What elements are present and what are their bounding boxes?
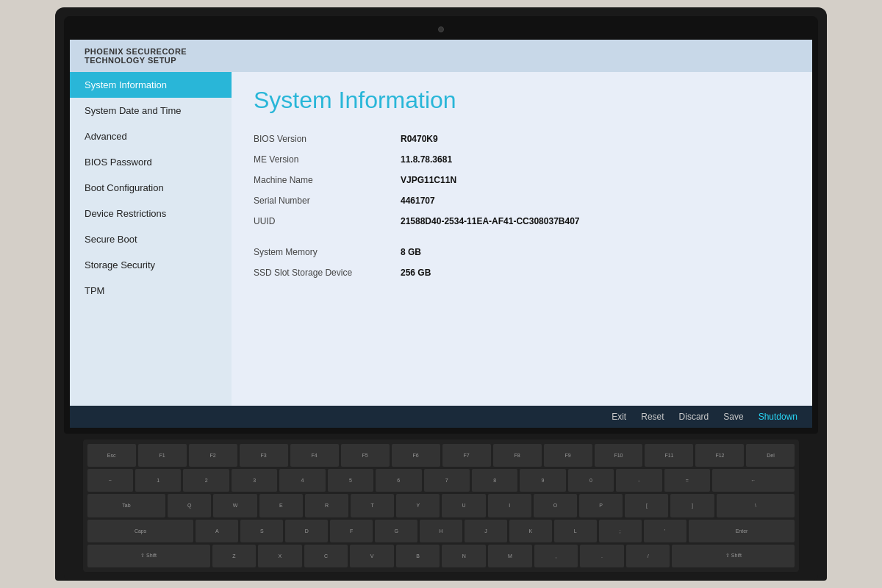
- key-f7[interactable]: F7: [442, 444, 491, 467]
- key-f9[interactable]: F9: [544, 444, 592, 467]
- key-o[interactable]: O: [534, 494, 577, 517]
- key-2[interactable]: 2: [183, 469, 229, 492]
- key-f10[interactable]: F10: [595, 444, 643, 467]
- sidebar-item-storage-security[interactable]: Storage Security: [70, 252, 232, 278]
- key-backslash[interactable]: \: [717, 494, 795, 517]
- sidebar-item-boot-configuration[interactable]: Boot Configuration: [70, 175, 232, 201]
- key-row-4: Caps A S D F G H J K L ; ' Enter: [87, 520, 795, 542]
- key-4[interactable]: 4: [279, 469, 325, 492]
- key-r[interactable]: R: [305, 494, 348, 517]
- key-1[interactable]: 1: [135, 469, 181, 492]
- key-capslock[interactable]: Caps: [87, 520, 194, 542]
- bottom-bar: Exit Reset Discard Save Shutdown: [70, 406, 812, 428]
- sidebar-item-tpm[interactable]: TPM: [70, 278, 232, 304]
- reset-button[interactable]: Reset: [641, 412, 664, 422]
- key-f6[interactable]: F6: [392, 444, 440, 467]
- key-q[interactable]: Q: [168, 494, 211, 517]
- key-row-5: ⇧ Shift Z X C V B N M , . / ⇧ Shift: [87, 545, 795, 567]
- key-0[interactable]: 0: [568, 469, 614, 492]
- key-u[interactable]: U: [442, 494, 485, 517]
- key-n[interactable]: N: [442, 545, 486, 567]
- key-f4[interactable]: F4: [290, 444, 339, 467]
- key-semicolon[interactable]: ;: [599, 520, 642, 542]
- key-comma[interactable]: ,: [534, 545, 578, 567]
- keyboard-visual: Esc F1 F2 F3 F4 F5 F6 F7 F8 F9 F10 F11 F…: [83, 440, 800, 572]
- key-c[interactable]: C: [304, 545, 348, 567]
- shutdown-button[interactable]: Shutdown: [759, 412, 797, 422]
- key-m[interactable]: M: [488, 545, 532, 567]
- sidebar-item-advanced[interactable]: Advanced: [70, 123, 232, 149]
- key-enter[interactable]: Enter: [689, 520, 795, 542]
- key-f11[interactable]: F11: [645, 444, 693, 467]
- key-f[interactable]: F: [330, 520, 373, 542]
- sidebar-item-secure-boot[interactable]: Secure Boot: [70, 226, 232, 252]
- key-minus[interactable]: -: [616, 469, 662, 492]
- field-label-bios-version: BIOS Version: [254, 129, 401, 149]
- key-backspace[interactable]: ←: [712, 469, 795, 492]
- sidebar-item-system-information[interactable]: System Information: [70, 72, 232, 98]
- key-f2[interactable]: F2: [189, 444, 237, 467]
- key-h[interactable]: H: [420, 520, 462, 542]
- key-lbracket[interactable]: [: [625, 494, 668, 517]
- key-tab[interactable]: Tab: [87, 494, 166, 517]
- key-e[interactable]: E: [259, 494, 303, 517]
- key-g[interactable]: G: [375, 520, 417, 542]
- sidebar: System Information System Date and Time …: [70, 72, 232, 406]
- key-k[interactable]: K: [509, 520, 552, 542]
- key-quote[interactable]: ': [644, 520, 686, 542]
- key-del[interactable]: Del: [746, 444, 795, 467]
- field-value-me-version: 11.8.78.3681: [401, 149, 790, 170]
- key-j[interactable]: J: [465, 520, 507, 542]
- table-row-machine-name: Machine Name VJPG11C11N: [254, 170, 790, 190]
- key-f5[interactable]: F5: [341, 444, 390, 467]
- key-esc[interactable]: Esc: [87, 444, 136, 467]
- key-7[interactable]: 7: [424, 469, 470, 492]
- key-shift-right[interactable]: ⇧ Shift: [672, 545, 795, 567]
- key-tilde[interactable]: ~: [87, 469, 133, 492]
- key-x[interactable]: X: [258, 545, 302, 567]
- key-a[interactable]: A: [196, 520, 238, 542]
- save-button[interactable]: Save: [723, 412, 743, 422]
- bios-container: PHOENIX SECURECORE TECHNOLOGY SETUP Syst…: [70, 40, 812, 428]
- field-label-me-version: ME Version: [254, 149, 401, 170]
- key-rbracket[interactable]: ]: [670, 494, 714, 517]
- key-6[interactable]: 6: [376, 469, 421, 492]
- sidebar-item-system-date[interactable]: System Date and Time: [70, 98, 232, 123]
- key-l[interactable]: L: [554, 520, 597, 542]
- key-period[interactable]: .: [580, 545, 624, 567]
- key-z[interactable]: Z: [212, 545, 257, 567]
- key-row-1: Esc F1 F2 F3 F4 F5 F6 F7 F8 F9 F10 F11 F…: [87, 444, 795, 467]
- field-label-machine-name: Machine Name: [254, 170, 401, 190]
- main-title: System Information: [254, 87, 790, 114]
- discard-button[interactable]: Discard: [679, 412, 709, 422]
- key-equals[interactable]: =: [664, 469, 710, 492]
- key-f1[interactable]: F1: [138, 444, 187, 467]
- table-row-serial-number: Serial Number 4461707: [254, 190, 790, 211]
- key-slash[interactable]: /: [626, 545, 670, 567]
- key-3[interactable]: 3: [232, 469, 277, 492]
- key-y[interactable]: Y: [396, 494, 440, 517]
- key-v[interactable]: V: [350, 545, 394, 567]
- key-d[interactable]: D: [285, 520, 328, 542]
- key-i[interactable]: I: [488, 494, 531, 517]
- bios-header: PHOENIX SECURECORE TECHNOLOGY SETUP: [70, 40, 812, 72]
- key-b[interactable]: B: [396, 545, 440, 567]
- sidebar-item-bios-password[interactable]: BIOS Password: [70, 149, 232, 175]
- field-value-machine-name: VJPG11C11N: [401, 170, 790, 190]
- key-shift-left[interactable]: ⇧ Shift: [87, 545, 210, 567]
- key-f12[interactable]: F12: [695, 444, 744, 467]
- table-divider: [254, 232, 790, 242]
- key-f3[interactable]: F3: [240, 444, 288, 467]
- sidebar-item-device-restrictions[interactable]: Device Restrictions: [70, 201, 232, 226]
- key-5[interactable]: 5: [328, 469, 373, 492]
- key-p[interactable]: P: [579, 494, 623, 517]
- key-f8[interactable]: F8: [493, 444, 542, 467]
- key-t[interactable]: T: [351, 494, 394, 517]
- exit-button[interactable]: Exit: [612, 412, 626, 422]
- key-row-3: Tab Q W E R T Y U I O P [ ] \: [87, 494, 795, 517]
- field-value-ssd: 256 GB: [401, 262, 790, 283]
- key-s[interactable]: S: [240, 520, 283, 542]
- key-9[interactable]: 9: [520, 469, 565, 492]
- key-8[interactable]: 8: [472, 469, 517, 492]
- key-w[interactable]: W: [213, 494, 257, 517]
